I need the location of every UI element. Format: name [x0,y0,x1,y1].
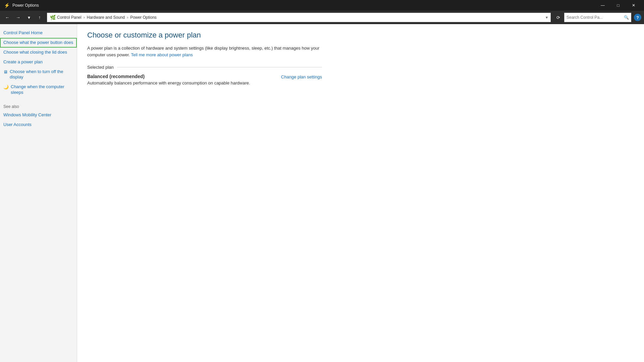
plan-description: Automatically balances performance with … [87,80,274,85]
plan-divider-row: Selected plan [87,65,322,70]
page-title: Choose or customize a power plan [87,31,634,40]
see-also-section: See also [0,98,77,110]
refresh-button[interactable]: ⟳ [553,13,563,22]
separator-2: › [127,15,128,20]
search-button[interactable]: 🔍 [624,15,629,20]
forward-button[interactable]: → [13,13,23,22]
sidebar-item-computer-sleeps[interactable]: 🌙 Change when the computer sleeps [0,82,77,98]
plan-section: Selected plan Balanced (recommended) Aut… [87,65,322,85]
description-text: A power plan is a collection of hardware… [87,45,322,58]
plan-row: Balanced (recommended) Automatically bal… [87,74,322,85]
sidebar-item-closing-lid[interactable]: Choose what closing the lid does [0,48,77,57]
app-title: Power Options [12,3,39,8]
plan-name: Balanced (recommended) [87,74,274,79]
address-bar[interactable]: 🌿 Control Panel › Hardware and Sound › P… [47,13,551,22]
separator-1: › [84,15,85,20]
content-area: Choose or customize a power plan A power… [77,24,644,362]
breadcrumb-2: Hardware and Sound [87,15,125,20]
maximize-button[interactable]: □ [610,0,626,11]
search-box[interactable]: 🔍 [564,13,631,22]
sidebar-item-create-plan[interactable]: Create a power plan [0,57,77,67]
titlebar: ⚡ Power Options — □ ✕ [0,0,644,11]
display-icon: 🖥 [3,69,8,75]
up-button[interactable]: ↑ [35,13,44,22]
navbar: ← → ▾ ↑ 🌿 Control Panel › Hardware and S… [0,11,644,24]
selected-plan-label: Selected plan [87,65,114,70]
titlebar-left: ⚡ Power Options [4,3,39,8]
close-button[interactable]: ✕ [626,0,641,11]
breadcrumb-3: Power Options [130,15,157,20]
sidebar-item-user-accounts[interactable]: User Accounts [0,120,77,130]
sleep-icon: 🌙 [3,84,9,90]
plan-divider [117,67,322,67]
main-container: Control Panel Home Choose what the power… [0,24,644,362]
sidebar-item-power-button[interactable]: Choose what the power button does [0,38,77,48]
plan-info: Balanced (recommended) Automatically bal… [87,74,274,85]
sidebar: Control Panel Home Choose what the power… [0,24,77,362]
change-plan-settings-link[interactable]: Change plan settings [281,74,322,79]
sidebar-item-turn-off-display[interactable]: 🖥 Choose when to turn off the display [0,67,77,82]
sidebar-item-mobility-center[interactable]: Windows Mobility Center [0,110,77,120]
minimize-button[interactable]: — [595,0,610,11]
search-input[interactable] [567,15,623,20]
titlebar-controls: — □ ✕ [595,0,641,11]
address-icon: 🌿 [50,15,56,20]
breadcrumb-1: Control Panel [57,15,82,20]
sidebar-item-home[interactable]: Control Panel Home [0,28,77,38]
back-button[interactable]: ← [3,13,12,22]
dropdown-button[interactable]: ▾ [24,13,34,22]
learn-more-link[interactable]: Tell me more about power plans [131,52,193,57]
help-button[interactable]: ? [634,14,641,21]
app-icon: ⚡ [4,3,10,8]
address-dropdown-icon[interactable]: ▾ [546,15,548,20]
